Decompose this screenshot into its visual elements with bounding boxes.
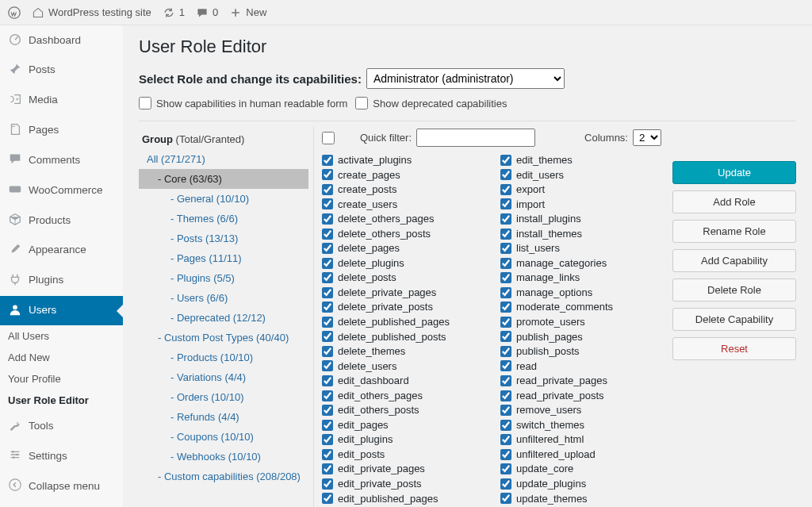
group-node[interactable]: - Products (10/10) [139,348,308,367]
delete-role-button[interactable]: Delete Role [672,278,796,302]
capability-checkbox[interactable] [322,213,333,225]
sidebar-item-posts[interactable]: Posts [0,56,123,86]
capability-row[interactable]: activate_plugins [322,153,483,167]
group-node[interactable]: - Webhooks (10/10) [139,447,308,467]
capability-checkbox[interactable] [500,213,511,225]
capability-row[interactable]: create_users [322,198,483,212]
update-button[interactable]: Update [672,161,796,184]
capability-checkbox[interactable] [500,463,511,474]
capability-checkbox[interactable] [322,449,333,460]
capability-checkbox[interactable] [322,375,333,386]
capability-row[interactable]: delete_others_pages [322,212,483,226]
capability-row[interactable]: update_plugins [500,477,661,491]
capability-row[interactable]: read_private_posts [500,389,661,403]
sidebar-item-appearance[interactable]: Appearance [0,236,123,266]
capability-row[interactable]: list_users [500,241,661,255]
quick-filter-input[interactable] [416,129,535,147]
capability-checkbox[interactable] [500,390,511,401]
group-node[interactable]: All (271/271) [139,149,308,169]
capability-row[interactable]: edit_users [500,168,661,182]
capability-checkbox[interactable] [500,346,511,357]
capability-row[interactable]: switch_themes [500,418,661,432]
capability-row[interactable]: publish_pages [500,330,661,344]
capability-checkbox[interactable] [322,302,333,313]
capability-checkbox[interactable] [322,346,333,357]
sidebar-item-users[interactable]: Users [0,296,123,326]
capability-row[interactable]: edit_themes [500,153,661,167]
capability-row[interactable]: delete_private_posts [322,300,483,314]
capability-row[interactable]: manage_categories [500,256,661,271]
sidebar-sub-all-users[interactable]: All Users [0,325,123,347]
group-node[interactable]: - Deprecated (12/12) [139,308,308,328]
opt-deprecated[interactable]: Show deprecated capabilities [355,97,507,109]
capability-checkbox[interactable] [322,198,333,209]
capability-checkbox[interactable] [500,155,511,166]
capability-row[interactable]: unfiltered_html [500,432,661,447]
capability-checkbox[interactable] [322,317,333,328]
select-all-caps-checkbox[interactable] [322,132,335,144]
group-node[interactable]: - Themes (6/6) [139,209,308,229]
capability-row[interactable]: delete_users [322,359,483,374]
capability-row[interactable]: manage_options [500,286,661,300]
opt-human-readable[interactable]: Show capabilities in human readable form [139,97,347,109]
sidebar-item-dashboard[interactable]: Dashboard [0,25,123,56]
capability-row[interactable]: edit_private_posts [322,477,483,491]
capability-checkbox[interactable] [322,478,333,490]
capability-checkbox[interactable] [500,258,511,269]
capability-checkbox[interactable] [500,360,511,371]
capability-checkbox[interactable] [322,184,333,195]
capability-checkbox[interactable] [500,169,511,180]
group-node[interactable]: - Orders (10/10) [139,387,308,407]
capability-checkbox[interactable] [322,258,333,269]
wp-logo[interactable] [8,6,21,19]
capability-row[interactable]: edit_pages [322,418,483,432]
sidebar-item-pages[interactable]: Pages [0,116,123,146]
capability-row[interactable]: install_plugins [500,212,661,226]
sidebar-item-settings[interactable]: Settings [0,441,123,471]
capability-row[interactable]: edit_plugins [322,432,483,447]
new-link[interactable]: New [229,6,266,19]
capability-checkbox[interactable] [500,243,511,254]
capability-checkbox[interactable] [500,478,511,490]
sidebar-item-collapse[interactable]: Collapse menu [0,471,123,501]
capability-row[interactable]: unfiltered_upload [500,447,661,462]
capability-checkbox[interactable] [322,493,333,504]
capability-checkbox[interactable] [500,317,511,328]
group-node[interactable]: - Plugins (5/5) [139,268,308,288]
group-node[interactable]: - Custom capabilities (208/208) [139,467,308,486]
rename-role-button[interactable]: Rename Role [672,220,796,243]
capability-row[interactable]: promote_users [500,315,661,329]
capability-checkbox[interactable] [500,184,511,195]
add-role-button[interactable]: Add Role [672,190,796,213]
columns-select[interactable]: 2 [633,129,661,146]
capability-checkbox[interactable] [500,449,511,460]
opt-deprecated-checkbox[interactable] [355,97,368,109]
group-node[interactable]: - Users (6/6) [139,288,308,308]
capability-row[interactable]: import [500,198,661,212]
group-node[interactable]: - Coupons (10/10) [139,427,308,447]
opt-human-readable-checkbox[interactable] [139,97,151,109]
group-node[interactable]: - Variations (4/4) [139,367,308,387]
sidebar-item-media[interactable]: Media [0,86,123,116]
capability-row[interactable]: edit_dashboard [322,374,483,388]
site-name[interactable]: WordPress testing site [32,6,151,19]
capability-row[interactable]: install_themes [500,227,661,241]
capability-row[interactable]: remove_users [500,403,661,417]
group-node[interactable]: - Custom Post Types (40/40) [139,328,308,348]
group-node[interactable]: - General (10/10) [139,189,308,209]
delete-capability-button[interactable]: Delete Capability [672,308,796,331]
capability-row[interactable]: delete_others_posts [322,227,483,241]
capability-checkbox[interactable] [500,272,511,283]
capability-checkbox[interactable] [322,405,333,416]
sidebar-sub-ure[interactable]: User Role Editor [0,390,123,411]
capability-checkbox[interactable] [500,375,511,386]
capability-checkbox[interactable] [322,155,333,166]
capability-checkbox[interactable] [500,405,511,416]
capability-row[interactable]: delete_published_pages [322,315,483,329]
capability-row[interactable]: delete_themes [322,344,483,359]
capability-row[interactable]: edit_private_pages [322,462,483,476]
capability-checkbox[interactable] [322,463,333,474]
capability-checkbox[interactable] [322,272,333,283]
capability-checkbox[interactable] [322,360,333,371]
capability-checkbox[interactable] [322,434,333,445]
